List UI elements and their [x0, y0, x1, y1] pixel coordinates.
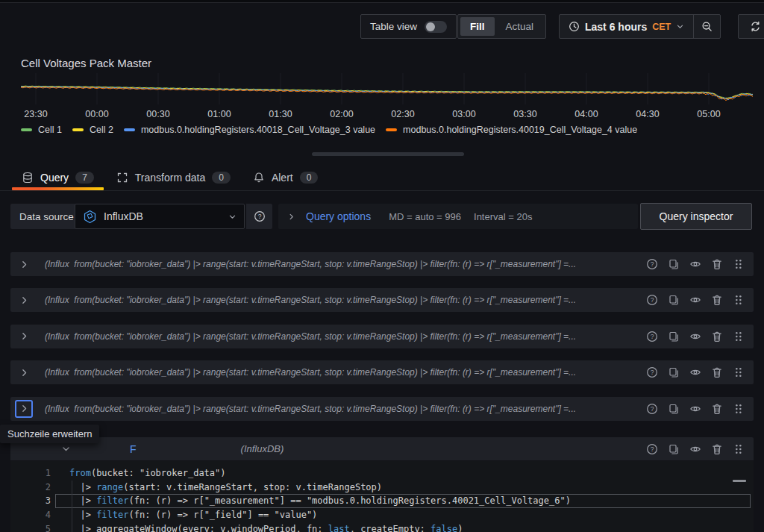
drag-query-handle[interactable] — [733, 294, 745, 306]
transform-count-badge: 0 — [212, 172, 231, 184]
legend-series-label: modbus.0.holdingRegisters.40019_Cell_Vol… — [403, 125, 637, 135]
drag-query-handle[interactable] — [733, 331, 745, 342]
chevron-right-icon — [19, 295, 29, 305]
legend-item[interactable]: Cell 1 — [21, 125, 62, 135]
trash-icon — [711, 366, 723, 378]
code-text: |> aggregateWindow(every: v.windowPeriod… — [51, 522, 463, 532]
trash-icon — [711, 443, 723, 455]
table-view-label: Table view — [370, 21, 417, 32]
code-line[interactable]: 1from(bucket: "iobroker_data") — [10, 466, 754, 481]
code-line[interactable]: 2 |> range(start: v.timeRangeStart, stop… — [10, 481, 754, 495]
drag-query-handle[interactable] — [733, 403, 745, 415]
expand-query-row-button[interactable] — [15, 363, 33, 381]
legend-item[interactable]: modbus.0.holdingRegisters.40019_Cell_Vol… — [386, 125, 637, 135]
x-axis-tick: 03:30 — [503, 109, 548, 119]
time-range-picker[interactable]: Last 6 hours CET — [560, 15, 693, 38]
query-row-actions: ? — [646, 252, 745, 276]
duplicate-query-button[interactable] — [668, 366, 680, 378]
toggle-query-visibility-button[interactable] — [689, 366, 701, 378]
query-inspector-button[interactable]: Query inspector — [640, 203, 752, 230]
delete-query-button[interactable] — [711, 366, 723, 378]
chevron-down-icon — [676, 22, 684, 31]
legend-series-label: Cell 1 — [38, 125, 62, 135]
flux-code-editor[interactable]: 1from(bucket: "iobroker_data")2 |> range… — [10, 461, 754, 532]
interval-stat: Interval = 20s — [474, 211, 532, 222]
delete-query-button[interactable] — [711, 331, 723, 342]
query-rows-list: (Influx from(bucket: "iobroker_data") |>… — [10, 252, 754, 433]
query-row: (Influx from(bucket: "iobroker_data") |>… — [10, 288, 754, 312]
eye-icon — [689, 258, 701, 270]
code-line[interactable]: 3 |> filter(fn: (r) => r["_measurement"]… — [10, 494, 754, 508]
tab-query[interactable]: Query 7 — [10, 165, 105, 190]
query-summary-text: (Influx from(bucket: "iobroker_data") |>… — [45, 259, 627, 269]
legend-item[interactable]: modbus.0.holdingRegisters.40018_Cell_Vol… — [124, 125, 375, 135]
legend-item[interactable]: Cell 2 — [72, 125, 113, 135]
toggle-query-visibility-button[interactable] — [689, 258, 701, 270]
trash-icon — [711, 331, 723, 342]
drag-query-handle[interactable] — [733, 258, 745, 270]
zoom-out-button[interactable] — [693, 15, 720, 38]
code-line[interactable]: 4 |> filter(fn: (r) => r["_field"] == "v… — [10, 508, 754, 522]
delete-query-button[interactable] — [711, 294, 723, 306]
toggle-query-visibility-button[interactable] — [689, 443, 701, 455]
table-view-switch[interactable] — [425, 21, 447, 33]
query-row-actions: ? — [646, 325, 745, 348]
query-row-actions: ? — [646, 288, 745, 312]
query-help-button[interactable]: ? — [646, 443, 658, 455]
duplicate-query-button[interactable] — [668, 443, 680, 455]
duplicate-query-button[interactable] — [668, 403, 680, 415]
query-options-link[interactable]: Query options — [306, 210, 371, 222]
alert-count-badge: 0 — [300, 172, 319, 184]
query-help-button[interactable]: ? — [646, 331, 658, 342]
bell-icon — [253, 172, 265, 184]
toggle-query-visibility-button[interactable] — [689, 331, 701, 342]
drag-query-handle[interactable] — [733, 443, 745, 455]
line-number: 5 — [10, 522, 51, 532]
top-border — [0, 0, 764, 3]
chevron-right-icon — [19, 331, 29, 341]
tab-transform-data[interactable]: Transform data 0 — [105, 165, 242, 190]
actual-button[interactable]: Actual — [496, 17, 544, 36]
drag-query-handle[interactable] — [733, 366, 745, 378]
query-help-button[interactable]: ? — [646, 258, 658, 270]
toggle-query-visibility-button[interactable] — [689, 403, 701, 415]
help-circle-icon: ? — [646, 258, 658, 270]
x-axis: 23:3000:0000:3001:0001:3002:0002:3003:00… — [0, 109, 764, 121]
line-number: 1 — [10, 466, 51, 481]
duplicate-query-button[interactable] — [668, 331, 680, 342]
table-view-toggle-group: Table view — [360, 14, 457, 39]
line-number: 3 — [10, 494, 51, 508]
timeseries-chart[interactable] — [21, 72, 754, 104]
x-axis-tick: 23:30 — [13, 109, 58, 119]
eye-icon — [689, 366, 701, 378]
delete-query-button[interactable] — [711, 258, 723, 270]
legend-series-label: Cell 2 — [90, 125, 113, 135]
query-help-button[interactable]: ? — [646, 366, 658, 378]
svg-text:?: ? — [651, 333, 654, 340]
delete-query-button[interactable] — [711, 443, 723, 455]
duplicate-query-button[interactable] — [668, 258, 680, 270]
code-line[interactable]: 5 |> aggregateWindow(every: v.windowPeri… — [10, 522, 754, 532]
refresh-button[interactable] — [738, 14, 764, 39]
datasource-picker[interactable]: InfluxDB — [75, 204, 245, 229]
expand-query-row-button[interactable] — [15, 328, 33, 345]
query-row-actions: ? — [646, 437, 745, 460]
toggle-query-visibility-button[interactable] — [689, 294, 701, 306]
line-number: 4 — [10, 508, 51, 522]
query-count-badge: 7 — [75, 172, 94, 184]
fill-button[interactable]: Fill — [460, 17, 495, 36]
fill-actual-segmented-control: Fill Actual — [457, 14, 546, 39]
chevron-right-icon — [287, 213, 295, 221]
expand-query-row-button[interactable] — [15, 400, 33, 418]
datasource-help-button[interactable]: ? — [246, 204, 272, 229]
delete-query-button[interactable] — [711, 403, 723, 415]
splitter-handle[interactable] — [312, 152, 464, 156]
query-help-button[interactable]: ? — [646, 294, 658, 306]
legend-series-color — [386, 128, 397, 131]
query-help-button[interactable]: ? — [646, 403, 658, 415]
editor-scrollbar-thumb[interactable] — [733, 480, 746, 482]
duplicate-query-button[interactable] — [668, 294, 680, 306]
expand-query-row-button[interactable] — [15, 291, 33, 309]
tab-alert[interactable]: Alert 0 — [242, 165, 329, 190]
expand-query-row-button[interactable] — [15, 255, 33, 273]
